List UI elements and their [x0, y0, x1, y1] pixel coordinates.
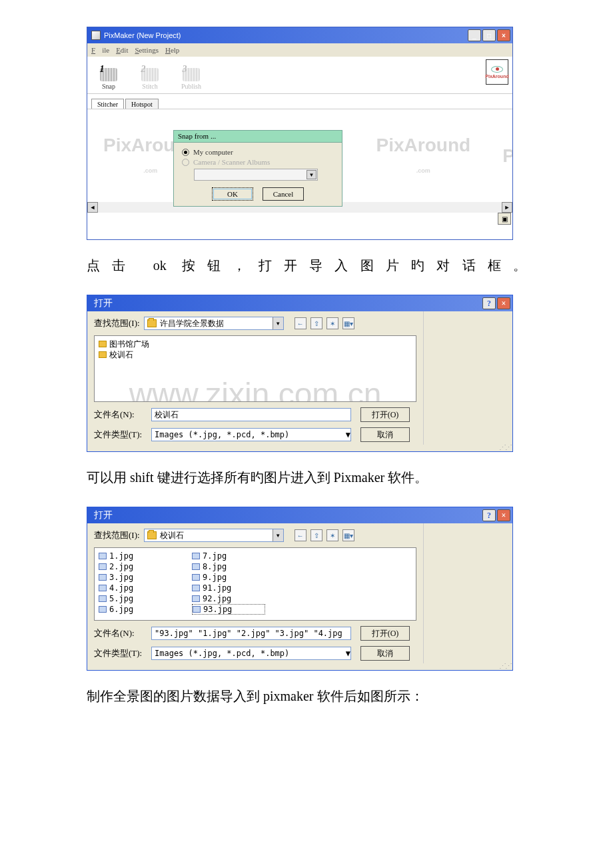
menubar: File Edit Settings Help — [87, 43, 512, 57]
menu-file[interactable]: File — [91, 46, 109, 54]
file-list[interactable]: 1.jpg 2.jpg 3.jpg 4.jpg 5.jpg 6.jpg 7.jp… — [94, 547, 416, 621]
toolbar: 1 Snap 2 Stitch 3 Publish PixAround — [87, 57, 512, 94]
menu-settings[interactable]: Settings — [135, 46, 158, 54]
lookup-label: 查找范围(I): — [94, 529, 140, 541]
ok-button[interactable]: OK — [212, 187, 253, 201]
album-combo[interactable]: ▼ — [194, 169, 318, 181]
image-icon — [99, 606, 107, 613]
list-item[interactable]: 6.jpg — [99, 604, 172, 615]
filetype-combo[interactable]: Images (*.jpg, *.pcd, *.bmp) ▼ — [151, 428, 351, 441]
list-item[interactable]: 91.jpg — [192, 583, 265, 593]
app-icon — [91, 31, 101, 40]
folder-open-icon — [147, 531, 157, 539]
caption-1: 点击 ok 按钮，打开导入图片旳对话框。 — [87, 253, 526, 277]
menu-edit[interactable]: Edit — [116, 46, 128, 54]
new-folder-icon[interactable]: ✶ — [326, 529, 338, 541]
open-dialog-2: 打开 ? × 查找范围(I): 校训石 ▼ ← ⇧ ✶ ▦▾ 1 — [87, 507, 513, 671]
open-dialog-1: 打开 ? × 查找范围(I): 许昌学院全景数据 ▼ ← ⇧ ✶ ▦▾ — [87, 295, 513, 452]
filetype-combo[interactable]: Images (*.jpg, *.pcd, *.bmp) ▼ — [151, 647, 351, 660]
filename-input[interactable]: "93.jpg" "1.jpg" "2.jpg" "3.jpg" "4.jpg — [151, 627, 351, 640]
radio-off-icon — [182, 159, 189, 166]
image-icon — [192, 585, 200, 591]
list-item[interactable]: 1.jpg — [99, 551, 172, 561]
list-item[interactable]: 5.jpg — [99, 593, 172, 604]
radio-my-computer[interactable]: My computer — [182, 148, 334, 156]
views-icon[interactable]: ▦▾ — [342, 317, 354, 329]
close-button[interactable]: × — [497, 29, 510, 41]
list-item[interactable]: 3.jpg — [99, 572, 172, 583]
window-title: PixMaker (New Project) — [104, 31, 181, 39]
step-snap[interactable]: 1 Snap — [93, 60, 125, 90]
watermark-logo-2: PixAround.com — [360, 135, 487, 177]
lookup-combo[interactable]: 许昌学院全景数据 ▼ — [144, 317, 284, 330]
up-icon[interactable]: ⇧ — [310, 317, 322, 329]
lookup-combo[interactable]: 校训石 ▼ — [144, 529, 284, 542]
image-icon — [99, 585, 107, 591]
preview-pane — [423, 311, 512, 445]
titlebar: PixMaker (New Project) _ □ × — [87, 27, 512, 43]
radio-camera-scanner[interactable]: Camera / Scanner Albums — [182, 158, 334, 166]
image-icon — [99, 595, 107, 602]
cancel-button[interactable]: 取消 — [360, 646, 410, 661]
list-item[interactable]: 4.jpg — [99, 583, 172, 593]
image-icon — [99, 563, 107, 570]
help-icon[interactable]: ? — [482, 509, 496, 521]
expand-icon[interactable]: ▣ — [498, 213, 511, 225]
dialog-title: Snap from ... — [174, 131, 342, 143]
caption-3: 制作全景图的图片数据导入到 pixmaker 软件后如图所示： — [87, 684, 526, 708]
image-icon — [192, 595, 200, 602]
image-icon — [99, 574, 107, 581]
dialog-titlebar: 打开 ? × — [87, 507, 512, 523]
views-icon[interactable]: ▦▾ — [342, 529, 354, 541]
minimize-button[interactable]: _ — [468, 29, 481, 41]
step-stitch[interactable]: 2 Stitch — [134, 60, 166, 90]
filetype-label: 文件类型(T): — [94, 429, 151, 441]
maximize-button[interactable]: □ — [482, 29, 496, 41]
folder-open-icon — [147, 319, 157, 327]
image-icon — [99, 553, 107, 559]
image-icon — [193, 606, 201, 613]
close-icon[interactable]: × — [497, 297, 510, 309]
list-item[interactable]: 8.jpg — [192, 561, 265, 572]
list-item[interactable]: 校训石 — [99, 349, 172, 360]
open-button[interactable]: 打开(O) — [360, 626, 410, 641]
watermark-logo-3: PixArou — [486, 145, 512, 167]
list-item-selected[interactable]: 93.jpg — [192, 604, 265, 615]
scroll-right-icon[interactable]: ► — [502, 202, 512, 213]
chevron-down-icon: ▼ — [306, 170, 316, 179]
file-list[interactable]: 图书馆广场 校训石 www.zixin.com.cn — [94, 335, 416, 402]
list-item[interactable]: 9.jpg — [192, 572, 265, 583]
tab-stitcher[interactable]: Stitcher — [91, 99, 124, 109]
chevron-down-icon: ▼ — [346, 649, 350, 658]
menu-help[interactable]: Help — [165, 46, 179, 54]
watermark-url: www.zixin.com.cn — [121, 376, 389, 402]
cancel-button[interactable]: 取消 — [360, 427, 410, 442]
list-item[interactable]: 7.jpg — [192, 551, 265, 561]
lookup-label: 查找范围(I): — [94, 317, 140, 329]
filename-label: 文件名(N): — [94, 627, 151, 639]
tab-row: Stitcher Hotspot — [87, 94, 512, 109]
dialog-titlebar: 打开 ? × — [87, 295, 512, 311]
open-button[interactable]: 打开(O) — [360, 407, 410, 422]
pixaround-logo: PixAround — [486, 59, 508, 85]
preview-pane — [423, 523, 512, 663]
cancel-button[interactable]: Cancel — [263, 187, 304, 201]
help-icon[interactable]: ? — [482, 297, 496, 309]
back-icon[interactable]: ← — [295, 529, 306, 541]
tab-hotspot[interactable]: Hotspot — [125, 99, 159, 109]
filetype-label: 文件类型(T): — [94, 647, 151, 659]
scroll-left-icon[interactable]: ◄ — [87, 202, 98, 213]
radio-on-icon — [182, 149, 189, 156]
back-icon[interactable]: ← — [295, 317, 306, 329]
folder-icon — [99, 341, 107, 347]
up-icon[interactable]: ⇧ — [310, 529, 322, 541]
filename-input[interactable]: 校训石 — [151, 408, 351, 421]
list-item[interactable]: 图书馆广场 — [99, 339, 172, 349]
list-item[interactable]: 2.jpg — [99, 561, 172, 572]
chevron-down-icon: ▼ — [273, 317, 283, 329]
close-icon[interactable]: × — [497, 509, 510, 521]
new-folder-icon[interactable]: ✶ — [326, 317, 338, 329]
step-publish[interactable]: 3 Publish — [175, 60, 207, 90]
list-item[interactable]: 92.jpg — [192, 593, 265, 604]
folder-icon — [99, 351, 107, 358]
